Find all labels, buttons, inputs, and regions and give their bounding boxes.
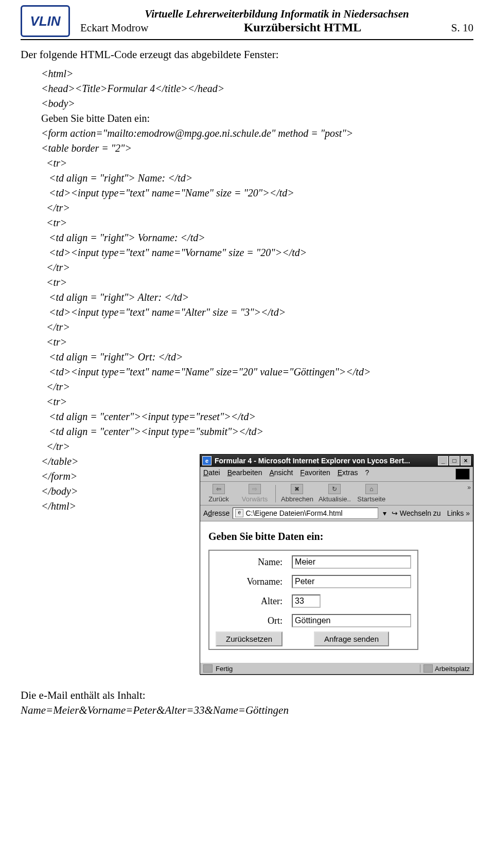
home-button[interactable]: ⌂Startseite xyxy=(356,484,387,503)
go-icon: ↪ xyxy=(392,509,398,517)
stop-icon: ✖ xyxy=(291,484,303,494)
address-bar: Adresse e C:\Eigene Dateien\Form4.html ▾… xyxy=(200,505,473,521)
reset-button[interactable]: Zurücksetzen xyxy=(216,631,283,646)
close-button[interactable]: × xyxy=(461,456,471,465)
logo: VLIN xyxy=(21,5,70,37)
menu-extras[interactable]: Extras xyxy=(338,468,358,480)
alter-input[interactable]: 33 xyxy=(292,594,321,608)
header-page-number: S. 10 xyxy=(422,22,473,34)
form-table: Name: Meier Vorname: Peter Alter: 33 Ort… xyxy=(208,550,418,650)
status-zone: Arbeitsplatz xyxy=(420,664,470,673)
address-value: C:\Eigene Dateien\Form4.html xyxy=(245,509,342,517)
code-listing: <html> <head><Title>Formular 4</title></… xyxy=(41,66,473,454)
ort-input[interactable]: Göttingen xyxy=(292,614,411,627)
header-subtitle: Virtuelle Lehrerweiterbildung Informatik… xyxy=(80,8,473,21)
back-arrow-icon: ⇦ xyxy=(213,484,225,494)
name-label: Name: xyxy=(213,554,286,570)
links-label[interactable]: Links » xyxy=(447,509,470,517)
menu-ansicht[interactable]: Ansicht xyxy=(269,468,293,480)
address-input[interactable]: e C:\Eigene Dateien\Form4.html xyxy=(233,508,378,519)
forward-arrow-icon: ⇨ xyxy=(249,484,261,494)
menu-favoriten[interactable]: Favoriten xyxy=(300,468,330,480)
status-page-icon xyxy=(203,664,213,673)
toolbar: ⇦Zurück ⇨Vorwärts ✖Abbrechen ↻Aktualisie… xyxy=(200,482,473,505)
window-title: Formular 4 - Microsoft Internet Explorer… xyxy=(215,457,438,465)
stop-button[interactable]: ✖Abbrechen xyxy=(281,484,313,503)
ie-icon: e xyxy=(202,456,211,465)
form-prompt: Geben Sie bitte Daten ein: xyxy=(208,531,465,542)
titlebar: e Formular 4 - Microsoft Internet Explor… xyxy=(200,455,473,467)
ort-label: Ort: xyxy=(213,612,286,629)
submit-button[interactable]: Anfrage senden xyxy=(314,631,389,646)
address-dropdown-icon[interactable]: ▾ xyxy=(381,509,389,517)
maximize-button[interactable]: □ xyxy=(449,456,460,465)
zone-icon xyxy=(424,664,433,673)
code-listing-tail: </table> </form> </body> </html> xyxy=(41,454,79,514)
browser-window: e Formular 4 - Microsoft Internet Explor… xyxy=(200,454,473,675)
toolbar-overflow-icon[interactable]: » xyxy=(467,484,471,491)
name-input[interactable]: Meier xyxy=(292,555,411,569)
links-overflow-icon: » xyxy=(466,509,470,517)
page-icon: e xyxy=(235,509,243,517)
table-row: Ort: Göttingen xyxy=(213,612,414,629)
menubar: Datei Bearbeiten Ansicht Favoriten Extra… xyxy=(200,467,473,482)
outro-line2: Name=Meier&Vorname=Peter&Alter=33&Name=G… xyxy=(21,703,473,718)
statusbar: Fertig Arbeitsplatz xyxy=(200,662,473,674)
menu-help[interactable]: ? xyxy=(365,468,369,480)
table-row: Vorname: Peter xyxy=(213,573,414,590)
table-row: Alter: 33 xyxy=(213,593,414,609)
header-title: Kurzübersicht HTML xyxy=(183,21,422,34)
vorname-label: Vorname: xyxy=(213,573,286,590)
back-button[interactable]: ⇦Zurück xyxy=(203,484,234,503)
home-icon: ⌂ xyxy=(365,484,378,494)
menu-bearbeiten[interactable]: Bearbeiten xyxy=(227,468,262,480)
address-label: Adresse xyxy=(203,509,230,517)
vorname-input[interactable]: Peter xyxy=(292,575,411,588)
zone-text: Arbeitsplatz xyxy=(435,665,470,673)
alter-label: Alter: xyxy=(213,593,286,609)
refresh-icon: ↻ xyxy=(328,484,341,494)
table-row: Zurücksetzen Anfrage senden xyxy=(213,632,414,646)
outro-line1: Die e-Mail enthält als Inhalt: xyxy=(21,688,473,703)
menu-datei[interactable]: Datei xyxy=(203,468,220,480)
table-row: Name: Meier xyxy=(213,554,414,570)
forward-button[interactable]: ⇨Vorwärts xyxy=(239,484,270,503)
intro-text: Der folgende HTML-Code erzeugt das abgeb… xyxy=(21,48,473,61)
header-author: Eckart Modrow xyxy=(80,22,183,34)
minimize-button[interactable]: _ xyxy=(438,456,448,465)
outro-text: Die e-Mail enthält als Inhalt: Name=Meie… xyxy=(21,688,473,718)
browser-viewport: Geben Sie bitte Daten ein: Name: Meier V… xyxy=(200,521,473,662)
go-button[interactable]: ↪Wechseln zu xyxy=(392,509,441,517)
refresh-button[interactable]: ↻Aktualisie.. xyxy=(319,484,351,503)
brand-icon xyxy=(455,468,470,480)
page-header: VLIN Virtuelle Lehrerweiterbildung Infor… xyxy=(21,0,473,40)
status-text: Fertig xyxy=(216,665,233,673)
